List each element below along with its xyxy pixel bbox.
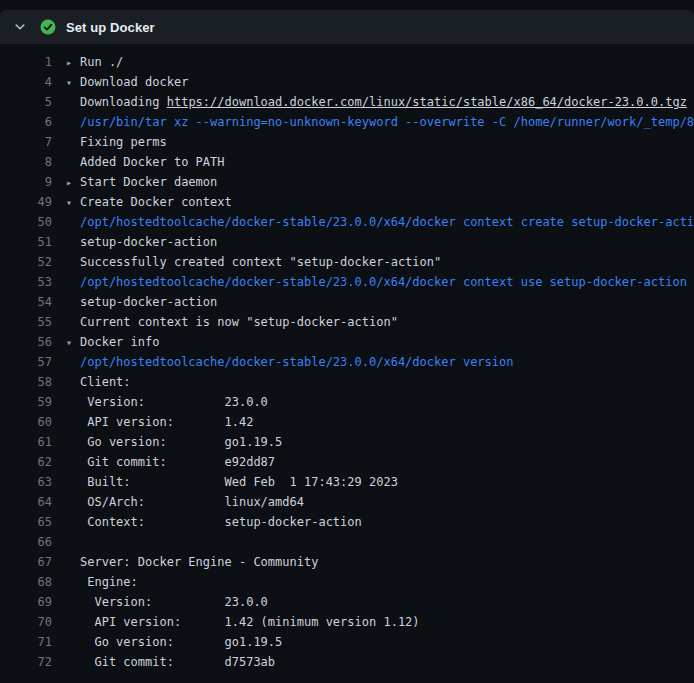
log-line-content: Go version: go1.19.5	[66, 432, 694, 452]
log-line-content[interactable]: ▾Download docker	[66, 72, 694, 92]
log-row: 68 Engine:	[0, 572, 694, 592]
line-number[interactable]: 61	[0, 432, 52, 452]
log-row: 52Successfully created context "setup-do…	[0, 252, 694, 272]
log-row: 62 Git commit: e92dd87	[0, 452, 694, 472]
line-number[interactable]: 1	[0, 52, 52, 72]
line-number[interactable]: 64	[0, 492, 52, 512]
log-row[interactable]: 49▾Create Docker context	[0, 192, 694, 212]
log-row: 71 Go version: go1.19.5	[0, 632, 694, 652]
log-line-content[interactable]: ▾Docker info	[66, 332, 694, 352]
log-row[interactable]: 9▸Start Docker daemon	[0, 172, 694, 192]
triangle-right-icon[interactable]: ▸	[66, 173, 80, 192]
log-lines: 1▸Run ./4▾Download docker5Downloading ht…	[0, 44, 694, 672]
log-line-content: /opt/hostedtoolcache/docker-stable/23.0.…	[66, 272, 694, 292]
group-label: Create Docker context	[80, 195, 232, 209]
line-number[interactable]: 70	[0, 612, 52, 632]
step-title: Set up Docker	[66, 20, 155, 35]
log-line-content: Version: 23.0.0	[66, 592, 694, 612]
line-number[interactable]: 69	[0, 592, 52, 612]
line-number[interactable]: 67	[0, 552, 52, 572]
line-number[interactable]: 50	[0, 212, 52, 232]
line-number[interactable]: 66	[0, 532, 52, 552]
line-number[interactable]: 52	[0, 252, 52, 272]
line-number[interactable]: 9	[0, 172, 52, 192]
line-number[interactable]: 7	[0, 132, 52, 152]
log-row: 65 Context: setup-docker-action	[0, 512, 694, 532]
log-row: 59 Version: 23.0.0	[0, 392, 694, 412]
log-row: 64 OS/Arch: linux/amd64	[0, 492, 694, 512]
line-number[interactable]: 6	[0, 112, 52, 132]
log-line-content: /opt/hostedtoolcache/docker-stable/23.0.…	[66, 212, 694, 232]
line-number[interactable]: 53	[0, 272, 52, 292]
line-number[interactable]: 58	[0, 372, 52, 392]
log-line-content: setup-docker-action	[66, 232, 694, 252]
log-row: 67Server: Docker Engine - Community	[0, 552, 694, 572]
triangle-right-icon[interactable]: ▸	[66, 53, 80, 72]
line-number[interactable]: 62	[0, 452, 52, 472]
log-line-content: Go version: go1.19.5	[66, 632, 694, 652]
log-line-content: Fixing perms	[66, 132, 694, 152]
log-line-content: Git commit: d7573ab	[66, 652, 694, 672]
log-row: 60 API version: 1.42	[0, 412, 694, 432]
log-line-content: Successfully created context "setup-dock…	[66, 252, 694, 272]
log-row: 63 Built: Wed Feb 1 17:43:29 2023	[0, 472, 694, 492]
log-line-content: Context: setup-docker-action	[66, 512, 694, 532]
line-number[interactable]: 57	[0, 352, 52, 372]
group-label: Run ./	[80, 55, 123, 69]
line-number[interactable]: 5	[0, 92, 52, 112]
log-row: 50/opt/hostedtoolcache/docker-stable/23.…	[0, 212, 694, 232]
log-line-content: Added Docker to PATH	[66, 152, 694, 172]
line-number[interactable]: 68	[0, 572, 52, 592]
log-row: 72 Git commit: d7573ab	[0, 652, 694, 672]
log-line-content: Client:	[66, 372, 694, 392]
log-row: 58Client:	[0, 372, 694, 392]
triangle-down-icon[interactable]: ▾	[66, 193, 80, 212]
log-row: 8Added Docker to PATH	[0, 152, 694, 172]
line-number[interactable]: 54	[0, 292, 52, 312]
log-line-content: setup-docker-action	[66, 292, 694, 312]
line-number[interactable]: 4	[0, 72, 52, 92]
log-row: 51setup-docker-action	[0, 232, 694, 252]
step-header[interactable]: Set up Docker	[0, 10, 694, 44]
log-row[interactable]: 56▾Docker info	[0, 332, 694, 352]
log-link[interactable]: https://download.docker.com/linux/static…	[167, 95, 687, 109]
log-line-content: API version: 1.42 (minimum version 1.12)	[66, 612, 694, 632]
log-row: 5Downloading https://download.docker.com…	[0, 92, 694, 112]
log-row[interactable]: 4▾Download docker	[0, 72, 694, 92]
log-row: 57/opt/hostedtoolcache/docker-stable/23.…	[0, 352, 694, 372]
log-line-content: Git commit: e92dd87	[66, 452, 694, 472]
log-line-content[interactable]: ▸Run ./	[66, 52, 694, 72]
chevron-down-icon[interactable]	[12, 19, 28, 35]
triangle-down-icon[interactable]: ▾	[66, 333, 80, 352]
log-row[interactable]: 1▸Run ./	[0, 52, 694, 72]
line-number[interactable]: 60	[0, 412, 52, 432]
group-label: Download docker	[80, 75, 188, 89]
log-line-content: Built: Wed Feb 1 17:43:29 2023	[66, 472, 694, 492]
log-text: Downloading	[80, 95, 167, 109]
line-number[interactable]: 51	[0, 232, 52, 252]
log-row: 6/usr/bin/tar xz --warning=no-unknown-ke…	[0, 112, 694, 132]
triangle-down-icon[interactable]: ▾	[66, 73, 80, 92]
log-line-content: /opt/hostedtoolcache/docker-stable/23.0.…	[66, 352, 694, 372]
line-number[interactable]: 59	[0, 392, 52, 412]
log-line-content: Engine:	[66, 572, 694, 592]
log-row: 53/opt/hostedtoolcache/docker-stable/23.…	[0, 272, 694, 292]
line-number[interactable]: 8	[0, 152, 52, 172]
log-line-content: Current context is now "setup-docker-act…	[66, 312, 694, 332]
log-row: 69 Version: 23.0.0	[0, 592, 694, 612]
log-row: 66	[0, 532, 694, 552]
log-line-content: Version: 23.0.0	[66, 392, 694, 412]
log-line-content[interactable]: ▾Create Docker context	[66, 192, 694, 212]
log-row: 61 Go version: go1.19.5	[0, 432, 694, 452]
group-label: Start Docker daemon	[80, 175, 217, 189]
line-number[interactable]: 72	[0, 652, 52, 672]
line-number[interactable]: 55	[0, 312, 52, 332]
line-number[interactable]: 71	[0, 632, 52, 652]
log-line-content[interactable]: ▸Start Docker daemon	[66, 172, 694, 192]
line-number[interactable]: 56	[0, 332, 52, 352]
line-number[interactable]: 49	[0, 192, 52, 212]
log-row: 54setup-docker-action	[0, 292, 694, 312]
line-number[interactable]: 63	[0, 472, 52, 492]
line-number[interactable]: 65	[0, 512, 52, 532]
log-line-content: /usr/bin/tar xz --warning=no-unknown-key…	[66, 112, 694, 132]
